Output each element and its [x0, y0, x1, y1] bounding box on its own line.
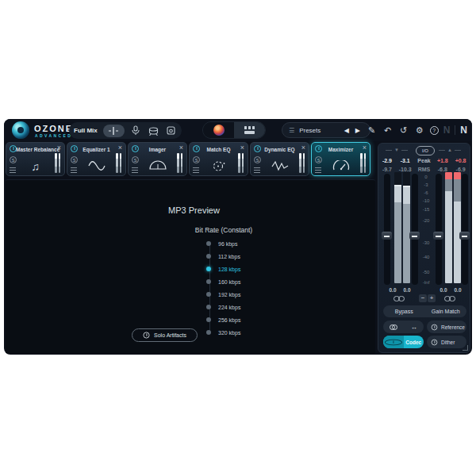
input-gain-fader-left[interactable] [382, 232, 392, 240]
codec-button[interactable]: Codec [383, 336, 424, 348]
radio-icon[interactable] [206, 317, 211, 322]
solo-artifacts-button[interactable]: Solo Artifacts [132, 328, 198, 342]
radio-icon[interactable] [206, 305, 211, 309]
solo-icon[interactable]: S [132, 156, 139, 163]
previous-preset-button[interactable]: ◀ [341, 127, 352, 134]
ozone-logo-icon [12, 121, 29, 139]
module-name: Equalizer 1 [77, 147, 116, 152]
close-icon[interactable]: × [301, 144, 305, 152]
meter-zoom-in-button[interactable]: + [428, 294, 436, 302]
resize-grip[interactable] [463, 345, 468, 351]
module-card-master-rebalance[interactable]: Master Rebalance × S ♫ [6, 142, 65, 176]
bitrate-option-96[interactable]: 96 kbps [206, 240, 238, 248]
bitrate-option-112[interactable]: 112 kbps [206, 252, 240, 260]
edit-icon[interactable]: ✎ [367, 125, 378, 136]
close-icon[interactable]: × [179, 144, 183, 152]
output-gain-fader-right[interactable] [459, 232, 470, 240]
solo-icon[interactable]: S [315, 156, 322, 163]
stereo-swap-icon[interactable]: ↔ [411, 324, 417, 331]
input-fader-track-left[interactable] [384, 174, 390, 285]
bitrate-option-256[interactable]: 256 kbps [206, 316, 240, 324]
menu-list-icon[interactable] [71, 167, 77, 175]
input-peak-right: -3.1 [396, 158, 415, 163]
mono-icon[interactable] [390, 324, 397, 330]
io-button[interactable]: I/O [416, 146, 435, 155]
radio-icon[interactable] [206, 292, 211, 297]
solo-icon[interactable]: S [10, 156, 17, 163]
menu-list-icon[interactable] [10, 167, 16, 175]
help-icon[interactable]: ? [430, 126, 439, 135]
radio-icon[interactable] [206, 254, 211, 259]
full-mix-toggle[interactable] [103, 125, 125, 137]
output-fader-track-right[interactable] [462, 174, 468, 285]
output-gain-value-left: 0.0 [436, 287, 451, 293]
power-icon[interactable] [432, 339, 438, 345]
reference-button[interactable]: Reference [427, 321, 466, 333]
input-meter-dropdown[interactable]: ▼ [386, 148, 408, 152]
bitrate-option-128[interactable]: 128 kbps [206, 265, 240, 273]
output-gain-fader-left[interactable] [433, 232, 443, 240]
module-card-maximizer[interactable]: Maximizer × S [311, 142, 370, 176]
next-preset-button[interactable]: ▶ [352, 127, 363, 134]
menu-list-icon[interactable] [315, 167, 321, 175]
toolbar: ✎ ↶ ↺ ⚙ ? N N [367, 122, 467, 138]
radio-icon[interactable] [206, 267, 211, 271]
dither-button[interactable]: Dither [427, 336, 466, 348]
meter-zoom-out-button[interactable]: − [419, 294, 427, 302]
power-icon[interactable] [432, 324, 438, 330]
bitrate-option-224[interactable]: 224 kbps [206, 303, 240, 311]
output-meter-dropdown[interactable]: ▲ [439, 148, 461, 152]
history-icon[interactable]: ↺ [398, 125, 409, 136]
menu-list-icon[interactable] [132, 167, 138, 175]
bitrate-section-title: Bit Rate (Constant) [164, 226, 283, 234]
solo-artifacts-label: Solo Artifacts [154, 332, 186, 338]
gain-match-button[interactable]: Gain Match [425, 309, 467, 314]
bitrate-option-192[interactable]: 192 kbps [206, 290, 240, 298]
top-bar: OZONE ADVANCED Full Mix [4, 119, 472, 141]
module-card-match-eq[interactable]: Match EQ × S [189, 142, 248, 176]
input-meter-bar-left [394, 172, 401, 283]
settings-gear-icon[interactable]: ⚙ [414, 125, 425, 136]
module-card-dynamic-eq[interactable]: Dynamic EQ × S [250, 142, 309, 176]
stem-vocals-button[interactable] [130, 125, 142, 137]
scale-tick: -30 [416, 240, 436, 245]
close-icon[interactable]: × [118, 144, 122, 152]
presets-selector[interactable]: ☰ Presets ◀ ▶ [282, 122, 370, 138]
undo-icon[interactable]: ↶ [382, 125, 393, 136]
brand-tier: ADVANCED [35, 133, 72, 138]
bypass-button[interactable]: Bypass [383, 309, 425, 314]
assistant-view-button[interactable] [203, 122, 234, 138]
output-link-icon[interactable] [444, 296, 455, 301]
menu-list-icon[interactable] [254, 167, 260, 175]
stem-drums-button[interactable] [148, 125, 159, 137]
equalizer-icon [88, 160, 106, 171]
solo-icon[interactable]: S [254, 156, 261, 163]
module-card-equalizer[interactable]: Equalizer 1 × S [67, 142, 126, 176]
stem-bass-button[interactable] [165, 125, 177, 137]
scale-tick: -3 [416, 182, 436, 187]
close-icon[interactable]: × [363, 144, 367, 152]
close-icon[interactable]: × [240, 144, 244, 152]
close-icon[interactable]: × [57, 144, 61, 152]
radio-icon[interactable] [206, 241, 211, 246]
solo-icon[interactable]: S [193, 156, 200, 163]
menu-list-icon[interactable] [193, 167, 199, 175]
output-fader-track-left[interactable] [436, 174, 442, 285]
bitrate-option-320[interactable]: 320 kbps [206, 328, 240, 336]
dither-label: Dither [441, 340, 455, 345]
codec-power-section[interactable] [383, 336, 404, 348]
solo-icon[interactable]: S [71, 156, 78, 163]
module-card-imager[interactable]: Imager × S [128, 142, 187, 176]
radio-icon[interactable] [206, 279, 211, 284]
module-name: Imager [138, 147, 177, 152]
scale-tick: -40 [416, 255, 436, 259]
input-gain-value-left: 0.0 [385, 287, 401, 293]
radio-icon[interactable] [206, 330, 211, 335]
power-icon [385, 339, 402, 345]
modules-view-button[interactable] [234, 122, 265, 138]
toolbar-divider [455, 125, 455, 135]
input-gain-fader-right[interactable] [409, 232, 420, 240]
input-link-icon[interactable] [393, 296, 405, 301]
bitrate-option-160[interactable]: 160 kbps [206, 278, 240, 286]
presets-label: Presets [299, 127, 341, 134]
